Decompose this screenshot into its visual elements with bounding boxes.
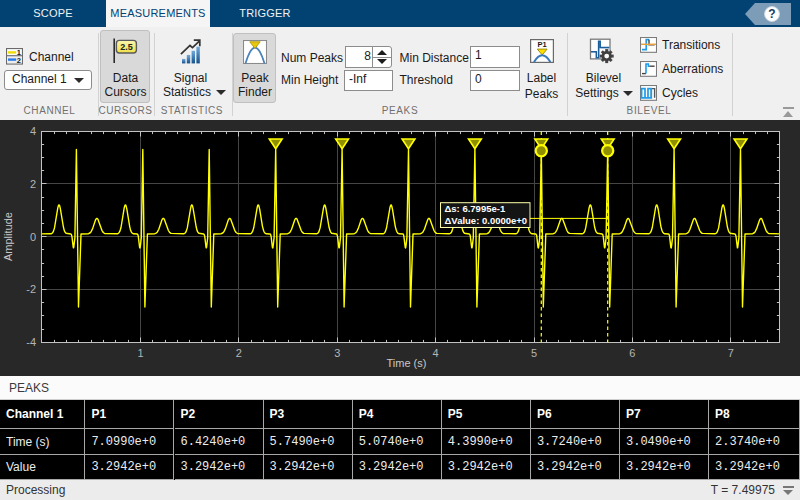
svg-text:P1: P1 bbox=[538, 40, 547, 49]
svg-text:5: 5 bbox=[531, 347, 537, 359]
svg-text:2.5: 2.5 bbox=[120, 42, 133, 52]
svg-text:?: ? bbox=[768, 7, 775, 21]
svg-text:4: 4 bbox=[30, 125, 36, 137]
svg-text:ΔValue: 0.0000e+0: ΔValue: 0.0000e+0 bbox=[445, 215, 528, 226]
svg-text:0: 0 bbox=[30, 231, 36, 243]
svg-text:1: 1 bbox=[137, 347, 143, 359]
svg-text:-4: -4 bbox=[26, 336, 36, 348]
svg-text:4: 4 bbox=[433, 347, 439, 359]
svg-text:Amplitude: Amplitude bbox=[2, 212, 14, 261]
svg-text:2: 2 bbox=[236, 347, 242, 359]
svg-text:3: 3 bbox=[334, 347, 340, 359]
svg-text:Δs: 6.7995e-1: Δs: 6.7995e-1 bbox=[445, 203, 506, 214]
svg-text:Time (s): Time (s) bbox=[387, 357, 427, 369]
svg-text:6: 6 bbox=[629, 347, 635, 359]
svg-text:2: 2 bbox=[30, 178, 36, 190]
svg-text:-2: -2 bbox=[26, 283, 36, 295]
svg-text:2: 2 bbox=[17, 56, 21, 65]
svg-text:7: 7 bbox=[728, 347, 734, 359]
